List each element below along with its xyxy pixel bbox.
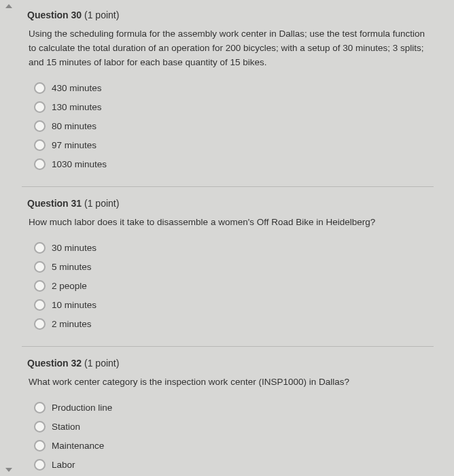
question-31: Question 31 (1 point) How much labor doe… xyxy=(27,198,434,330)
question-number: Question 32 xyxy=(27,358,82,369)
option-label: Station xyxy=(52,422,80,432)
question-header: Question 31 (1 point) xyxy=(27,198,434,209)
radio-icon[interactable] xyxy=(34,280,46,292)
scroll-down-icon[interactable] xyxy=(5,468,12,472)
option-label: 10 minutes xyxy=(52,300,97,310)
radio-icon[interactable] xyxy=(34,101,46,113)
option-label: 5 minutes xyxy=(52,262,92,272)
question-header: Question 30 (1 point) xyxy=(27,10,434,20)
radio-icon[interactable] xyxy=(34,421,46,432)
option-row[interactable]: 2 minutes xyxy=(34,318,434,330)
option-label: 2 minutes xyxy=(52,319,92,329)
option-row[interactable]: 97 minutes xyxy=(34,139,434,151)
option-label: 430 minutes xyxy=(52,83,102,93)
option-row[interactable]: 2 people xyxy=(34,280,434,292)
option-label: 80 minutes xyxy=(52,121,97,131)
option-label: 2 people xyxy=(52,281,87,291)
divider xyxy=(22,346,434,347)
question-points: (1 point) xyxy=(84,198,119,209)
option-row[interactable]: 1030 minutes xyxy=(34,158,434,170)
options-list: 430 minutes 130 minutes 80 minutes 97 mi… xyxy=(27,82,434,170)
question-points: (1 point) xyxy=(84,358,119,369)
option-row[interactable]: 10 minutes xyxy=(34,299,434,311)
option-label: Labor xyxy=(52,460,75,470)
option-row[interactable]: Labor xyxy=(34,459,434,471)
divider xyxy=(22,186,434,187)
question-text: How much labor does it take to disassemb… xyxy=(27,216,434,230)
question-header: Question 32 (1 point) xyxy=(27,358,434,369)
option-row[interactable]: 5 minutes xyxy=(34,261,434,273)
option-label: Maintenance xyxy=(52,441,104,451)
quiz-content: Question 30 (1 point) Using the scheduli… xyxy=(0,0,454,476)
question-text: What work center category is the inspect… xyxy=(27,375,434,390)
option-label: 30 minutes xyxy=(52,243,97,253)
radio-icon[interactable] xyxy=(34,242,46,254)
radio-icon[interactable] xyxy=(34,459,46,471)
option-row[interactable]: 80 minutes xyxy=(34,120,434,132)
radio-icon[interactable] xyxy=(34,402,46,413)
options-list: Production line Station Maintenance Labo… xyxy=(27,402,434,476)
question-text: Using the scheduling formula for the ass… xyxy=(27,27,434,70)
scroll-up-icon[interactable] xyxy=(5,4,12,8)
radio-icon[interactable] xyxy=(34,158,46,170)
option-row[interactable]: Station xyxy=(34,421,434,432)
option-label: 1030 minutes xyxy=(52,159,107,169)
question-number: Question 30 xyxy=(27,10,82,20)
radio-icon[interactable] xyxy=(34,120,46,132)
option-row[interactable]: 430 minutes xyxy=(34,82,434,94)
question-points: (1 point) xyxy=(84,10,119,20)
question-32: Question 32 (1 point) What work center c… xyxy=(27,358,434,476)
option-label: Production line xyxy=(52,403,112,413)
option-row[interactable]: Production line xyxy=(34,402,434,413)
radio-icon[interactable] xyxy=(34,82,46,94)
question-30: Question 30 (1 point) Using the scheduli… xyxy=(27,10,434,170)
options-list: 30 minutes 5 minutes 2 people 10 minutes… xyxy=(27,242,434,330)
radio-icon[interactable] xyxy=(34,440,46,452)
option-row[interactable]: 30 minutes xyxy=(34,242,434,254)
question-number: Question 31 xyxy=(27,198,82,209)
option-row[interactable]: Maintenance xyxy=(34,440,434,452)
radio-icon[interactable] xyxy=(34,318,46,330)
option-label: 97 minutes xyxy=(52,140,97,150)
radio-icon[interactable] xyxy=(34,261,46,273)
option-row[interactable]: 130 minutes xyxy=(34,101,434,113)
radio-icon[interactable] xyxy=(34,139,46,151)
option-label: 130 minutes xyxy=(52,102,102,112)
radio-icon[interactable] xyxy=(34,299,46,311)
